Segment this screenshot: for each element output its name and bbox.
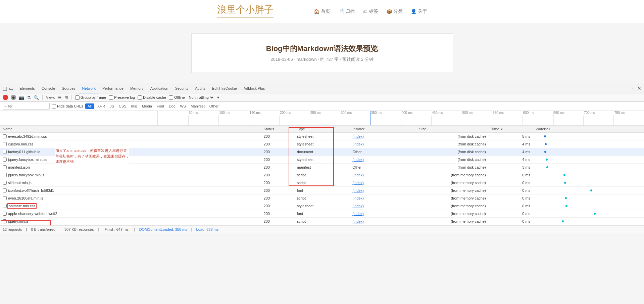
dom-content-loaded-time: DOMContentLoaded: 350 ms xyxy=(139,227,187,231)
nav-home[interactable]: 🏠 首页 xyxy=(314,8,330,14)
filter-type-media[interactable]: Media xyxy=(141,104,153,108)
tab-performance[interactable]: Performance xyxy=(99,83,127,93)
row-initiator-link[interactable]: (index) xyxy=(352,204,364,208)
camera-icon[interactable]: 📷 xyxy=(19,95,24,100)
throttle-select[interactable]: No throttling xyxy=(188,95,214,100)
device-icon[interactable]: ▭ xyxy=(9,86,13,91)
tab-editthiscookie[interactable]: EditThisCookie xyxy=(209,83,240,93)
filter-type-img[interactable]: Img xyxy=(130,104,139,108)
col-header-type[interactable]: Type xyxy=(294,126,350,133)
filter-type-js[interactable]: JS xyxy=(108,104,115,108)
devtools-close-icon[interactable]: ✕ xyxy=(637,86,641,91)
table-row[interactable]: jquery.min.js200script(index)(from memor… xyxy=(0,218,644,225)
tab-sources[interactable]: Sources xyxy=(58,83,79,93)
nav-about[interactable]: 👤 关于 xyxy=(411,8,427,14)
clear-button[interactable]: ⊗ xyxy=(11,95,16,100)
record-button[interactable] xyxy=(3,95,8,100)
table-row[interactable]: manifest.json200manifestOther(from disk … xyxy=(0,164,644,171)
nav-archive[interactable]: 📄 归档 xyxy=(338,8,355,14)
list-view-icon[interactable]: ☰ xyxy=(58,95,62,100)
col-header-size[interactable]: Size xyxy=(416,126,489,133)
filter-icon[interactable]: ⚗ xyxy=(27,95,31,100)
throttle-dropdown-icon[interactable]: ▾ xyxy=(217,95,219,100)
grid-view-icon[interactable]: ⊞ xyxy=(64,95,68,100)
table-row[interactable]: iconfont.woff?hash=fc583d1200font(index)… xyxy=(0,187,644,194)
disable-cache-checkbox[interactable]: Disable cache xyxy=(138,95,166,100)
filter-type-all[interactable]: All xyxy=(85,103,94,109)
inspect-icon[interactable]: ⬚ xyxy=(3,86,7,91)
filter-type-css[interactable]: CSS xyxy=(117,104,128,108)
row-checkbox[interactable] xyxy=(3,134,7,138)
tab-adblockplus[interactable]: Adblock Plus xyxy=(240,83,268,93)
tab-elements[interactable]: Elements xyxy=(16,83,38,93)
row-size: (from memory cache) xyxy=(416,179,489,187)
hide-data-urls-checkbox[interactable]: Hide data URLs xyxy=(52,104,83,108)
row-initiator-link[interactable]: (index) xyxy=(352,219,364,223)
tab-security[interactable]: Security xyxy=(171,83,192,93)
row-initiator-link[interactable]: (index) xyxy=(352,181,364,185)
status-bar: 12 requests | 0 B transferred | 307 KB r… xyxy=(0,225,644,233)
table-row[interactable]: custom.min.css200stylesheet(index)(from … xyxy=(0,140,644,148)
row-checkbox[interactable] xyxy=(3,142,7,146)
filter-type-font[interactable]: Font xyxy=(155,104,165,108)
filter-bar: Hide data URLs All XHR JS CSS Img Media … xyxy=(0,102,644,111)
tab-console[interactable]: Console xyxy=(38,83,58,93)
row-checkbox[interactable] xyxy=(3,150,7,154)
filter-type-other[interactable]: Other xyxy=(208,104,220,108)
row-status: 200 xyxy=(261,164,294,171)
tab-application[interactable]: Application xyxy=(147,83,172,93)
table-row[interactable]: jquery.fancybox.min.js200script(index)(f… xyxy=(0,171,644,179)
row-checkbox[interactable] xyxy=(3,158,7,162)
table-row[interactable]: factory011.github.io200documentOther(fro… xyxy=(0,148,644,156)
table-row[interactable]: even.26188efa.min.js200script(index)(fro… xyxy=(0,194,644,202)
preserve-log-checkbox[interactable]: Preserve log xyxy=(109,95,135,100)
col-header-time[interactable]: Time ▼ xyxy=(489,126,533,133)
row-checkbox[interactable] xyxy=(3,212,7,216)
table-row[interactable]: apple-chancery-webfont.woff2200font(inde… xyxy=(0,210,644,218)
col-header-initiator[interactable]: Initiator xyxy=(350,126,416,133)
col-header-name[interactable]: Name xyxy=(0,126,261,133)
tab-network[interactable]: Network xyxy=(79,83,99,93)
row-initiator-link[interactable]: (index) xyxy=(352,158,364,162)
table-row[interactable]: animate.min.css200stylesheet(index)(from… xyxy=(0,202,644,210)
filter-type-ws[interactable]: WS xyxy=(179,104,187,108)
row-checkbox[interactable] xyxy=(3,165,7,169)
waterfall-dot xyxy=(546,159,548,161)
tab-memory[interactable]: Memory xyxy=(127,83,147,93)
row-size: (from memory cache) xyxy=(416,171,489,179)
waterfall-dot xyxy=(564,182,566,184)
row-checkbox[interactable] xyxy=(3,188,7,192)
row-checkbox[interactable] xyxy=(3,173,7,177)
row-status: 200 xyxy=(261,218,294,225)
search-icon[interactable]: 🔍 xyxy=(34,95,39,100)
table-row[interactable]: slideout.min.js200script(index)(from mem… xyxy=(0,179,644,187)
row-checkbox[interactable] xyxy=(3,196,7,200)
row-checkbox[interactable] xyxy=(3,181,7,185)
row-name-text: even.26188efa.min.js xyxy=(8,196,43,200)
tab-audits[interactable]: Audits xyxy=(192,83,209,93)
row-initiator-link[interactable]: (index) xyxy=(352,134,364,138)
row-initiator-link[interactable]: (index) xyxy=(352,188,364,192)
devtools-more-icon[interactable]: ⋮ xyxy=(631,86,635,91)
group-by-frame-checkbox[interactable]: Group by frame xyxy=(75,95,106,100)
table-row[interactable]: even.abc3492d.min.css200stylesheet(index… xyxy=(0,133,644,140)
table-row[interactable]: jquery.fancybox.min.css200stylesheet(ind… xyxy=(0,156,644,164)
filter-type-doc[interactable]: Doc xyxy=(167,104,177,108)
row-checkbox[interactable] xyxy=(3,219,7,223)
row-size: (from disk cache) xyxy=(416,156,489,164)
filter-input[interactable] xyxy=(3,103,50,110)
filter-type-xhr[interactable]: XHR xyxy=(96,104,106,108)
row-initiator-link[interactable]: (index) xyxy=(352,196,364,200)
col-header-status[interactable]: Status xyxy=(261,126,294,133)
nav-tags[interactable]: 🏷 标签 xyxy=(363,8,378,14)
filter-type-manifest[interactable]: Manifest xyxy=(189,104,206,108)
waterfall-dot xyxy=(590,189,592,191)
nav-categories[interactable]: 📦 分类 xyxy=(386,8,403,14)
row-checkbox[interactable] xyxy=(3,204,7,208)
row-initiator-link[interactable]: (index) xyxy=(352,173,364,177)
row-initiator-link[interactable]: (index) xyxy=(352,142,364,146)
row-initiator-link[interactable]: (index) xyxy=(352,212,364,216)
transferred-size: 0 B transferred xyxy=(31,227,55,231)
col-header-waterfall[interactable]: Waterfall xyxy=(533,126,644,133)
offline-checkbox[interactable]: Offline xyxy=(169,95,185,100)
